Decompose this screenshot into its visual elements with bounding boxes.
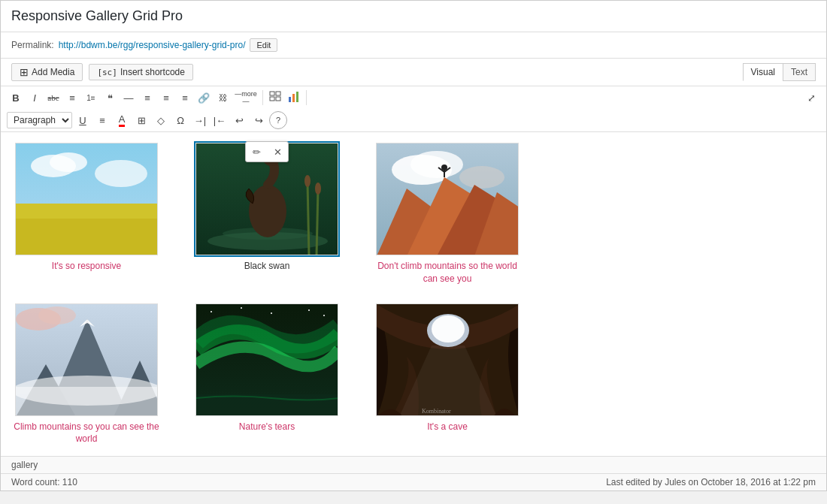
insert-shortcode-icon: [sc] — [97, 68, 117, 77]
align-center-button[interactable]: ≡ — [157, 89, 175, 107]
close-icon: ✕ — [274, 146, 282, 158]
paragraph-select[interactable]: Paragraph Heading 1 Heading 2 Heading 3 — [7, 112, 72, 128]
chart-button[interactable] — [285, 89, 303, 107]
svg-point-16 — [249, 185, 286, 237]
toolbar-row1: B I abc ≡ 1≡ ❝ — ≡ ≡ ≡ 🔗 ⛓ —more— — [1, 86, 826, 109]
media-buttons-bar: ⊞ Add Media [sc] Insert shortcode — [11, 63, 193, 81]
undo-button[interactable]: ↩ — [230, 111, 248, 129]
title-bar: Responsive Gallery Grid Pro — [1, 1, 826, 32]
svg-point-9 — [50, 152, 87, 172]
svg-point-20 — [304, 175, 311, 187]
italic-button[interactable]: I — [26, 89, 44, 107]
ordered-list-button[interactable]: 1≡ — [82, 89, 100, 107]
gallery-item[interactable]: Climb mountains so you can see the world — [11, 303, 162, 446]
unordered-list-button[interactable]: ≡ — [63, 89, 81, 107]
custom-button-2[interactable]: ◇ — [152, 111, 170, 129]
svg-point-46 — [271, 312, 272, 314]
link-button[interactable]: 🔗 — [195, 89, 213, 107]
insert-shortcode-button[interactable]: [sc] Insert shortcode — [89, 64, 193, 80]
svg-point-47 — [308, 309, 310, 311]
italic-icon: I — [33, 92, 36, 104]
align-left-icon: ≡ — [144, 92, 150, 104]
svg-rect-1 — [276, 92, 280, 95]
hr-button[interactable]: — — [120, 89, 138, 107]
svg-point-24 — [410, 151, 463, 178]
text-color-icon: A — [119, 113, 126, 127]
text-color-button[interactable]: A — [113, 111, 131, 129]
gallery-grid: It's so responsive ✏ ✕ — [11, 143, 816, 445]
editor-footer-tag: gallery — [1, 456, 826, 473]
add-media-label: Add Media — [32, 67, 74, 77]
gallery-item[interactable]: Kombinator It's a cave — [372, 303, 523, 446]
permalink-edit-button[interactable]: Edit — [250, 38, 277, 52]
underline-icon: U — [79, 115, 86, 126]
outdent-button[interactable]: |← — [211, 111, 229, 129]
svg-rect-5 — [292, 94, 295, 102]
ul-icon: ≡ — [69, 92, 75, 104]
special-chars-button[interactable]: Ω — [171, 111, 189, 129]
gallery-item-selected[interactable]: ✏ ✕ — [192, 143, 342, 285]
toolbar-separator-2 — [306, 90, 307, 105]
indent-icon: →| — [194, 115, 206, 126]
svg-point-45 — [241, 307, 242, 309]
justify-button[interactable]: ≡ — [93, 111, 111, 129]
editor-wrap: Responsive Gallery Grid Pro Permalink: h… — [0, 0, 827, 491]
gallery-caption-2: Black swan — [244, 260, 290, 273]
table-icon — [269, 91, 281, 105]
ol-icon: 1≡ — [86, 94, 95, 102]
image-edit-button[interactable]: ✏ — [246, 142, 267, 161]
svg-rect-12 — [16, 204, 158, 219]
align-left-button[interactable]: ≡ — [138, 89, 156, 107]
svg-point-52 — [432, 315, 465, 343]
permalink-label: Permalink: — [11, 40, 54, 50]
page-title: Responsive Gallery Grid Pro — [11, 8, 816, 24]
svg-rect-4 — [289, 97, 291, 102]
gallery-item[interactable]: It's so responsive — [11, 143, 162, 285]
editor-tabs: Visual Text — [743, 63, 816, 81]
toolbar-separator-1 — [262, 90, 263, 105]
custom-button-1[interactable]: ⊞ — [132, 111, 150, 129]
svg-point-42 — [16, 376, 158, 406]
redo-button[interactable]: ↪ — [250, 111, 268, 129]
redo-icon: ↪ — [255, 115, 263, 126]
keyboard-shortcuts-button[interactable]: ? — [269, 111, 287, 129]
tab-text[interactable]: Text — [783, 63, 816, 81]
image-close-button[interactable]: ✕ — [267, 142, 288, 161]
readmore-button[interactable]: —more— — [232, 89, 259, 107]
unlink-button[interactable]: ⛓ — [214, 89, 232, 107]
toolbar-row2: Paragraph Heading 1 Heading 2 Heading 3 … — [1, 109, 826, 132]
svg-rect-3 — [276, 97, 280, 101]
tab-visual[interactable]: Visual — [743, 63, 783, 81]
hr-icon: — — [124, 92, 134, 104]
gallery-image-6: Kombinator — [376, 303, 519, 416]
permalink-url[interactable]: http://bdwm.be/rgg/responsive-gallery-gr… — [59, 40, 246, 50]
link-icon: 🔗 — [198, 92, 210, 104]
word-count-value: 110 — [62, 477, 77, 487]
gallery-item[interactable]: Don't climb mountains so the world can s… — [372, 143, 523, 285]
fullscreen-button[interactable]: ⤢ — [802, 89, 820, 107]
align-right-button[interactable]: ≡ — [176, 89, 194, 107]
svg-point-36 — [38, 306, 76, 324]
insert-shortcode-label: Insert shortcode — [120, 67, 185, 77]
svg-point-21 — [315, 183, 321, 195]
blockquote-button[interactable]: ❝ — [101, 89, 119, 107]
svg-text:Kombinator: Kombinator — [422, 408, 451, 415]
custom-2-icon: ◇ — [157, 115, 165, 126]
readmore-icon: —more— — [233, 90, 259, 105]
strikethrough-button[interactable]: abc — [44, 89, 62, 107]
svg-point-44 — [211, 311, 212, 312]
indent-button[interactable]: →| — [191, 111, 209, 129]
last-edited-text: Last edited by Jules on October 18, 2016… — [606, 477, 816, 487]
gallery-caption-4: Climb mountains so you can see the world — [11, 421, 162, 446]
unlink-icon: ⛓ — [219, 93, 227, 102]
svg-point-25 — [459, 166, 504, 189]
strikethrough-icon: abc — [47, 93, 59, 102]
underline-button[interactable]: U — [74, 111, 92, 129]
editor-content[interactable]: It's so responsive ✏ ✕ — [1, 132, 826, 456]
bold-icon: B — [12, 92, 19, 104]
bold-button[interactable]: B — [7, 89, 25, 107]
add-media-icon: ⊞ — [20, 66, 29, 78]
gallery-item[interactable]: Nature's tears — [192, 303, 342, 446]
table-button[interactable] — [266, 89, 284, 107]
add-media-button[interactable]: ⊞ Add Media — [11, 63, 83, 81]
